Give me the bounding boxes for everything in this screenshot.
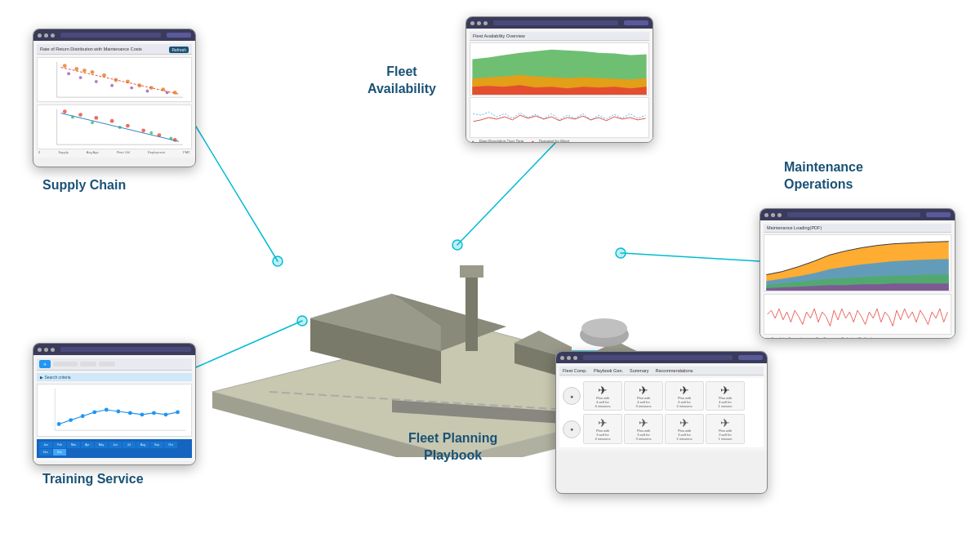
svg-point-54 bbox=[94, 116, 98, 120]
svg-point-32 bbox=[74, 67, 78, 71]
svg-line-49 bbox=[60, 68, 179, 95]
supply-chain-label: Supply Chain bbox=[42, 177, 126, 194]
svg-point-83 bbox=[128, 411, 132, 415]
fleet-planning-content: Fleet Comp.Playbook Gen.SummaryRecommend… bbox=[556, 363, 767, 451]
svg-point-47 bbox=[146, 90, 149, 93]
maintenance-ops-card: Maintenance Loading(PDF) ■Cumulative Tra… bbox=[760, 208, 956, 339]
svg-point-44 bbox=[95, 80, 98, 83]
fleet-avail-titlebar bbox=[466, 17, 653, 29]
maintenance-titlebar bbox=[760, 209, 955, 220]
titlebar-dot bbox=[38, 33, 42, 38]
svg-point-77 bbox=[57, 422, 61, 426]
svg-point-35 bbox=[102, 73, 106, 78]
fleet-avail-content: Fleet Availability Overview ■Fleet Popul… bbox=[466, 29, 653, 143]
training-service-card: ✈ ▶ Search criteria bbox=[33, 343, 196, 465]
training-service-label: Training Service bbox=[42, 471, 144, 488]
svg-point-61 bbox=[91, 121, 94, 124]
svg-point-84 bbox=[140, 412, 145, 416]
svg-point-87 bbox=[176, 411, 180, 415]
fleet-availability-card: Fleet Availability Overview ■Fleet Popul… bbox=[466, 16, 653, 143]
svg-point-43 bbox=[79, 76, 82, 79]
svg-point-78 bbox=[69, 418, 73, 422]
svg-point-56 bbox=[126, 124, 130, 128]
svg-rect-17 bbox=[460, 265, 483, 278]
training-content: ✈ ▶ Search criteria bbox=[33, 355, 195, 461]
svg-point-34 bbox=[91, 70, 95, 74]
svg-point-79 bbox=[81, 414, 85, 418]
svg-point-81 bbox=[105, 408, 109, 412]
fleet-planning-card: Fleet Comp.Playbook Gen.SummaryRecommend… bbox=[555, 351, 768, 494]
fleet-availability-label: Fleet Availability bbox=[368, 64, 436, 98]
svg-line-65 bbox=[60, 113, 179, 142]
svg-point-45 bbox=[110, 84, 114, 87]
svg-point-80 bbox=[92, 411, 96, 415]
svg-point-52 bbox=[63, 109, 67, 113]
svg-point-23 bbox=[581, 318, 627, 338]
svg-point-82 bbox=[116, 410, 120, 414]
supply-chain-card: Rate of Return Distribution with Mainten… bbox=[33, 29, 196, 167]
svg-point-46 bbox=[130, 87, 133, 90]
supply-chain-content: Rate of Return Distribution with Mainten… bbox=[33, 41, 195, 158]
svg-point-53 bbox=[78, 113, 82, 117]
titlebar-dot bbox=[44, 33, 48, 38]
fleet-planning-titlebar bbox=[556, 352, 767, 363]
svg-point-42 bbox=[67, 72, 70, 75]
svg-point-85 bbox=[152, 411, 156, 415]
svg-point-33 bbox=[82, 69, 87, 73]
maintenance-ops-label: Maintenance Operations bbox=[784, 159, 863, 193]
maintenance-content: Maintenance Loading(PDF) ■Cumulative Tra… bbox=[760, 220, 955, 339]
supply-chain-titlebar bbox=[33, 29, 195, 41]
titlebar-dot bbox=[51, 33, 55, 38]
fleet-planning-label: Fleet Planning Playbook bbox=[408, 430, 497, 464]
svg-point-57 bbox=[141, 128, 145, 132]
svg-point-63 bbox=[149, 131, 153, 135]
training-titlebar bbox=[33, 344, 195, 355]
svg-point-86 bbox=[164, 412, 168, 416]
svg-point-55 bbox=[110, 119, 114, 123]
svg-rect-16 bbox=[466, 269, 478, 351]
svg-point-31 bbox=[63, 64, 67, 68]
